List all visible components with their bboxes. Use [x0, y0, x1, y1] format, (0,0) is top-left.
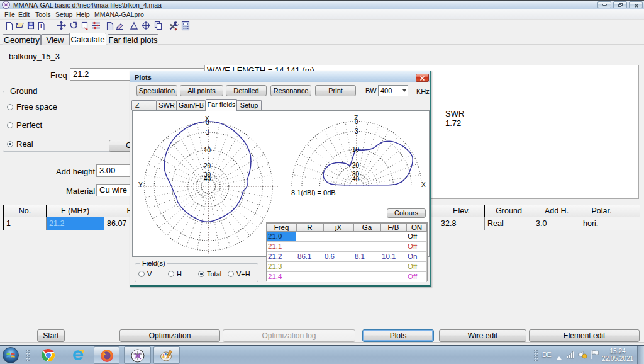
svg-text:i: i	[40, 23, 42, 30]
